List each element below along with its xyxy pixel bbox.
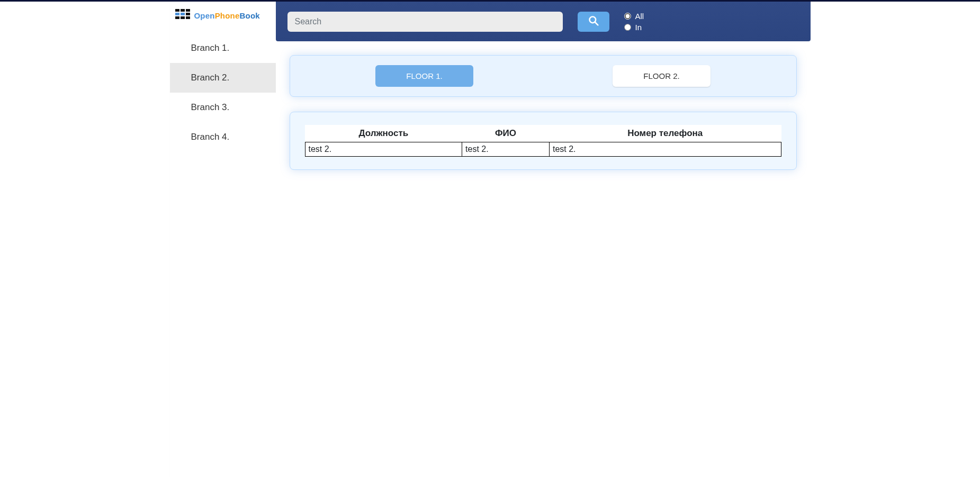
- svg-line-10: [595, 22, 598, 25]
- content: FLOOR 1. FLOOR 2. Должность ФИО Номер те…: [276, 41, 811, 184]
- logo-text: OpenPhoneBook: [194, 11, 260, 20]
- scope-radio-group: All In: [624, 12, 644, 32]
- svg-rect-5: [186, 13, 190, 15]
- svg-rect-4: [181, 13, 185, 15]
- col-position: Должность: [305, 125, 462, 142]
- svg-rect-3: [175, 13, 179, 15]
- cell-phone: test 2.: [549, 142, 781, 157]
- branch-list: Branch 1. Branch 2. Branch 3. Branch 4.: [170, 33, 276, 152]
- col-name: ФИО: [462, 125, 550, 142]
- table-panel: Должность ФИО Номер телефона test 2. tes…: [290, 112, 797, 170]
- logo: OpenPhoneBook: [170, 2, 276, 33]
- sidebar-item-branch-2[interactable]: Branch 2.: [170, 63, 276, 93]
- sidebar-item-branch-3[interactable]: Branch 3.: [170, 93, 276, 122]
- svg-rect-8: [186, 16, 190, 19]
- logo-word-book: Book: [239, 11, 259, 20]
- table-header-row: Должность ФИО Номер телефона: [305, 125, 781, 142]
- svg-rect-1: [181, 9, 185, 12]
- contacts-table: Должность ФИО Номер телефона test 2. tes…: [305, 125, 781, 157]
- svg-rect-0: [175, 9, 179, 12]
- main: All In FLOOR 1. FLOOR 2. Должность: [276, 2, 811, 478]
- col-phone: Номер телефона: [549, 125, 781, 142]
- logo-icon: [175, 9, 191, 22]
- search-input[interactable]: [287, 12, 563, 32]
- floor-panel: FLOOR 1. FLOOR 2.: [290, 55, 797, 97]
- svg-rect-2: [186, 9, 190, 12]
- cell-position: test 2.: [305, 142, 462, 157]
- svg-rect-6: [175, 16, 179, 19]
- floor-tab-2[interactable]: FLOOR 2.: [613, 65, 711, 87]
- floor-tab-1[interactable]: FLOOR 1.: [375, 65, 473, 87]
- topbar: All In: [276, 2, 811, 41]
- search-icon: [588, 15, 599, 28]
- radio-all[interactable]: All: [624, 12, 644, 21]
- logo-word-open: Open: [194, 11, 215, 20]
- table-row: test 2. test 2. test 2.: [305, 142, 781, 157]
- sidebar-item-branch-1[interactable]: Branch 1.: [170, 33, 276, 63]
- logo-word-phone: Phone: [215, 11, 240, 20]
- radio-all-input[interactable]: [624, 13, 631, 20]
- radio-all-label: All: [635, 12, 644, 21]
- cell-name: test 2.: [462, 142, 550, 157]
- sidebar: OpenPhoneBook Branch 1. Branch 2. Branch…: [170, 2, 276, 478]
- svg-rect-7: [181, 16, 185, 19]
- radio-in[interactable]: In: [624, 23, 644, 32]
- radio-in-input[interactable]: [624, 24, 631, 31]
- app-root: OpenPhoneBook Branch 1. Branch 2. Branch…: [170, 2, 811, 478]
- radio-in-label: In: [635, 23, 642, 32]
- sidebar-item-branch-4[interactable]: Branch 4.: [170, 122, 276, 152]
- search-button[interactable]: [578, 12, 609, 32]
